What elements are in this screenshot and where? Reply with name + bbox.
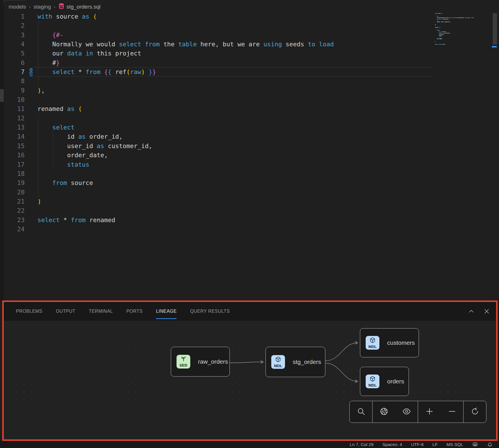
minimap-bar: [443, 33, 443, 33]
status-item-utf-8[interactable]: UTF-8: [411, 442, 423, 447]
tab-terminal[interactable]: TERMINAL: [89, 302, 113, 321]
close-icon[interactable]: [484, 308, 490, 314]
code-line: 17 status: [4, 160, 433, 169]
line-number: 11: [4, 104, 25, 114]
chevron-up-icon[interactable]: [468, 308, 474, 314]
code-line-text: id as order_id,: [37, 132, 123, 141]
badge-text: MDL: [274, 364, 282, 368]
code-line: 9),: [4, 86, 433, 95]
code-line: 1with source as (: [4, 12, 433, 21]
code-line: 5 our data in this project: [4, 49, 433, 58]
aperture-button[interactable]: [372, 401, 395, 423]
zoom-out-icon: [448, 407, 456, 417]
line-number: 2: [4, 21, 25, 30]
minimap-bar: [444, 21, 445, 22]
lineage-edge-stg_orders-to-customers: [325, 343, 358, 361]
badge-text: SED: [179, 363, 187, 367]
tab-query-results[interactable]: QUERY RESULTS: [190, 302, 230, 321]
breadcrumb-item-staging[interactable]: staging: [33, 4, 51, 10]
line-number: 5: [4, 49, 25, 58]
code-line: 4 Normally we would select from the tabl…: [4, 40, 433, 49]
minimap-bar: [437, 13, 440, 14]
bottom-panel: PROBLEMSOUTPUTTERMINALPORTSLINEAGEQUERY …: [2, 300, 498, 441]
minimap-bar: [437, 21, 440, 22]
editor-tab-corner: [4, 0, 25, 3]
minimap-slider[interactable]: [493, 13, 497, 45]
code-editor[interactable]: 1with source as (23 {#-4 Normally we wou…: [4, 12, 433, 234]
gutter-marker-zone: [25, 21, 37, 30]
cube-icon: [275, 356, 281, 364]
gutter-marker-zone: [25, 188, 37, 197]
breadcrumb-file[interactable]: stg_orders.sql: [58, 3, 100, 11]
lineage-canvas[interactable]: SEDraw_ordersMDLstg_ordersMDLcustomersMD…: [4, 321, 496, 439]
strip-handle[interactable]: [0, 89, 4, 102]
eye-button[interactable]: [395, 401, 418, 423]
line-number: 15: [4, 142, 25, 151]
gutter-marker-zone: [25, 142, 37, 151]
status-item-ln-7-col-29[interactable]: Ln 7, Col 29: [350, 442, 374, 447]
minimap-bar: [437, 30, 440, 31]
breadcrumb-item-models[interactable]: models: [9, 4, 26, 10]
gutter-marker-zone: [25, 225, 37, 234]
tab-ports[interactable]: PORTS: [126, 302, 142, 321]
line-number: 14: [4, 132, 25, 141]
copilot-icon[interactable]: [472, 442, 478, 447]
gutter-marker-zone: [25, 86, 37, 95]
minimap-bar: [437, 19, 438, 19]
zoom-out-button[interactable]: [441, 401, 463, 423]
gutter-marker-zone: [25, 31, 37, 40]
line-number: 18: [4, 169, 25, 178]
node-label: orders: [387, 378, 404, 385]
gutter-marker-zone: [25, 123, 37, 132]
zoom-in-icon: [425, 407, 434, 417]
refresh-button[interactable]: [463, 401, 486, 423]
lineage-node-stg_orders[interactable]: MDLstg_orders: [266, 347, 325, 377]
status-item-ms-sql[interactable]: MS SQL: [446, 442, 463, 447]
lineage-node-orders[interactable]: MDLorders: [360, 367, 409, 396]
modified-line-indicator: [29, 68, 33, 77]
minimap[interactable]: [434, 11, 499, 51]
minimap-bar: [441, 13, 441, 14]
status-item-lf[interactable]: LF: [432, 442, 437, 447]
minimap-bar: [439, 31, 440, 32]
minimap-bar: [443, 19, 448, 19]
gutter-marker-zone: [25, 151, 37, 160]
gutter-marker-zone: [25, 49, 37, 58]
minimap-bar: [472, 17, 474, 18]
code-line: 16 order_date,: [4, 151, 433, 160]
database-icon: [58, 3, 64, 11]
breadcrumb-separator: ›: [54, 4, 56, 10]
gutter-marker-zone: [25, 104, 37, 114]
status-item-spaces-4[interactable]: Spaces: 4: [382, 442, 402, 447]
line-number: 6: [4, 58, 25, 67]
cube-badge: MDL: [366, 336, 379, 350]
tab-problems[interactable]: PROBLEMS: [16, 302, 42, 321]
code-line-text: with source as (: [37, 12, 97, 21]
minimap-bar: [435, 41, 435, 42]
indent-guide: [38, 21, 38, 86]
zoom-in-button[interactable]: [418, 401, 441, 423]
minimap-modified-decoration: [492, 46, 497, 47]
status-bar: Ln 7, Col 29Spaces: 4UTF-8LFMS SQL: [0, 441, 499, 448]
minimap-bar: [435, 13, 437, 14]
tab-output[interactable]: OUTPUT: [56, 302, 75, 321]
cube-icon: [369, 337, 376, 345]
minimap-bar: [437, 16, 438, 17]
bell-icon[interactable]: [487, 442, 493, 447]
aperture-icon: [380, 407, 388, 417]
minimap-bar: [435, 27, 438, 28]
line-number: 8: [4, 77, 25, 86]
tab-lineage[interactable]: LINEAGE: [156, 302, 177, 321]
lineage-node-raw_orders[interactable]: SEDraw_orders: [171, 347, 230, 377]
gutter-marker-zone: [25, 206, 37, 215]
lineage-node-customers[interactable]: MDLcustomers: [360, 328, 419, 357]
indent-guide: [53, 132, 53, 169]
minimap-bar: [468, 17, 470, 18]
line-number: 20: [4, 188, 25, 197]
code-line: 18: [4, 169, 433, 178]
minimap-bar: [439, 33, 442, 33]
node-label: customers: [387, 339, 415, 346]
search-icon: [357, 407, 365, 417]
gutter-marker-zone: [25, 58, 37, 67]
search-button[interactable]: [350, 401, 372, 423]
